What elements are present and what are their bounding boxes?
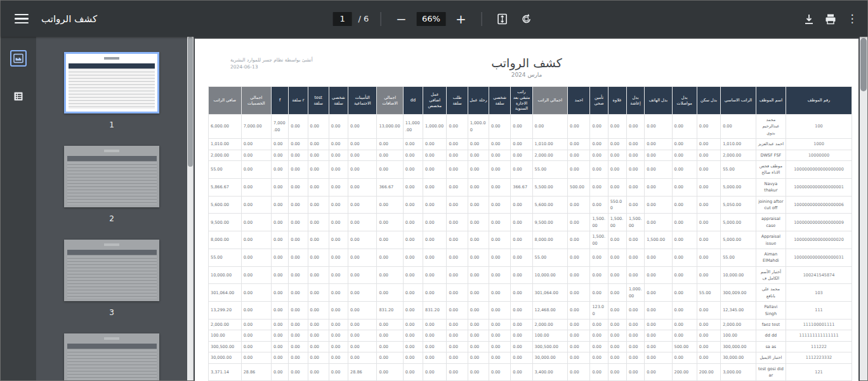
scrollbar-thumb[interactable] xyxy=(860,38,867,91)
amount-cell: 0.00 xyxy=(511,266,532,284)
zoom-out-button[interactable]: − xyxy=(392,10,410,28)
amount-cell: 0.00 xyxy=(403,302,423,320)
amount-cell: 0.00 xyxy=(272,284,289,302)
amount-cell: 0.00 xyxy=(377,352,403,363)
amount-cell: 0.00 xyxy=(403,214,423,231)
amount-cell: 3,371.14 xyxy=(209,363,242,381)
amount-cell: 0.00 xyxy=(645,214,672,231)
employee-number-cell: 1000000000000000000 xyxy=(786,161,852,179)
thumbnails-view-button[interactable] xyxy=(10,50,27,67)
outline-view-button[interactable] xyxy=(10,88,27,105)
amount-cell: 0.00 xyxy=(645,249,672,266)
amount-cell: 0.00 xyxy=(511,341,532,352)
amount-cell: 0.00 xyxy=(468,178,489,196)
page-number-input[interactable] xyxy=(333,12,352,26)
fit-page-button[interactable] xyxy=(493,10,511,28)
amount-cell: 0.00 xyxy=(348,196,377,214)
amount-cell: 0.00 xyxy=(511,320,532,330)
zoom-in-button[interactable]: + xyxy=(452,10,470,28)
amount-cell: 0.00 xyxy=(329,284,348,302)
amount-cell: 0.00 xyxy=(403,139,423,150)
page-thumbnail-2[interactable]: 2 xyxy=(64,146,159,223)
amount-cell: 0.00 xyxy=(447,196,468,214)
amount-cell: 0.00 xyxy=(645,139,672,150)
amount-cell: 0.00 xyxy=(645,341,672,352)
viewer-scrollbar[interactable] xyxy=(860,37,867,380)
amount-cell: 0.00 xyxy=(489,320,510,330)
amount-cell: 0.00 xyxy=(590,139,608,150)
thumbnail-page-preview[interactable] xyxy=(64,146,159,207)
amount-cell: 0.00 xyxy=(272,231,289,249)
amount-cell: 0.00 xyxy=(423,341,447,352)
amount-cell: 0.00 xyxy=(626,363,644,381)
rotate-button[interactable] xyxy=(517,10,535,28)
amount-cell: 0.00 xyxy=(403,249,423,266)
thumbnail-panel-scrollbar[interactable] xyxy=(187,37,194,380)
amount-cell: 0.00 xyxy=(697,196,720,214)
amount-cell: 0.00 xyxy=(468,214,489,231)
toolbar-divider xyxy=(481,12,482,26)
amount-cell: 0.00 xyxy=(608,249,626,266)
amount-cell: 0.00 xyxy=(511,196,532,214)
scrollbar-thumb[interactable] xyxy=(188,37,193,167)
amount-cell: 0.00 xyxy=(697,214,720,231)
amount-cell: 5,600.00 xyxy=(209,196,242,214)
employee-name-cell: احمد عبدالعزيز xyxy=(756,139,786,150)
amount-cell: 0.00 xyxy=(423,139,447,150)
amount-cell: 0.00 xyxy=(489,249,510,266)
amount-cell: 0.00 xyxy=(272,249,289,266)
amount-cell: 0.00 xyxy=(590,363,608,381)
more-vert-icon: ⋮ xyxy=(847,13,858,24)
document-viewer: أنشئ بواسطة نظام جسر للموارد البشرية 202… xyxy=(194,37,860,380)
amount-cell: 28.86 xyxy=(241,363,271,381)
thumbnail-page-preview[interactable] xyxy=(64,240,159,301)
employee-name-cell: Aiman ElMahdi xyxy=(756,249,786,266)
page-thumbnail-3[interactable]: 3 xyxy=(64,240,159,317)
amount-cell: 0.00 xyxy=(272,196,289,214)
amount-cell: 0.00 xyxy=(289,115,308,139)
amount-cell: 831.20 xyxy=(377,302,403,320)
amount-cell: 0.00 xyxy=(329,139,348,150)
print-button[interactable] xyxy=(822,10,839,28)
thumbnail-page-preview[interactable] xyxy=(64,52,159,113)
amount-cell: 0.00 xyxy=(377,330,403,341)
amount-cell: 0.00 xyxy=(308,139,329,150)
thumbnail-page-preview[interactable] xyxy=(64,333,159,380)
amount-cell: 0.00 xyxy=(377,214,403,231)
amount-cell: 10,000.00 xyxy=(532,266,567,284)
amount-cell: 12,345.00 xyxy=(721,302,756,320)
employee-name-cell: appraisal case xyxy=(756,214,786,231)
column-header: التأمينات الاجتماعية xyxy=(348,87,377,115)
page-thumbnail-4[interactable] xyxy=(64,333,159,380)
amount-cell: 5,000.00 xyxy=(721,214,756,231)
amount-cell: 0.00 xyxy=(697,249,720,266)
amount-cell: 0.00 xyxy=(626,266,644,284)
menu-button[interactable] xyxy=(15,11,30,27)
amount-cell: 0.00 xyxy=(489,161,510,179)
amount-cell: 0.00 xyxy=(377,341,403,352)
amount-cell: 6,000.00 xyxy=(209,115,242,139)
amount-cell: 0.00 xyxy=(511,249,532,266)
amount-cell: 0.00 xyxy=(608,330,626,341)
amount-cell: 0.00 xyxy=(272,139,289,150)
amount-cell: 0.00 xyxy=(241,196,271,214)
amount-cell: 0.00 xyxy=(626,320,644,330)
download-button[interactable] xyxy=(800,10,818,28)
amount-cell: 1,500.00 xyxy=(645,231,672,249)
sidebar-rail xyxy=(1,37,36,380)
amount-cell: 0.00 xyxy=(241,249,271,266)
amount-cell: 55.00 xyxy=(721,249,756,266)
amount-cell: 0.00 xyxy=(608,341,626,352)
amount-cell: 0.00 xyxy=(645,196,672,214)
amount-cell: 0.00 xyxy=(289,330,308,341)
employee-number-cell: 1112223332 xyxy=(786,352,852,363)
amount-cell: 0.00 xyxy=(447,363,468,381)
amount-cell: 7,000.00 xyxy=(272,115,289,139)
page-thumbnail-1[interactable]: 1 xyxy=(64,52,159,129)
more-options-button[interactable]: ⋮ xyxy=(843,10,861,28)
amount-cell: 0.00 xyxy=(289,320,308,330)
amount-cell: 0.00 xyxy=(468,150,489,160)
amount-cell: 0.00 xyxy=(697,266,720,284)
amount-cell: 300,009.00 xyxy=(721,284,756,302)
amount-cell: 0.00 xyxy=(447,341,468,352)
